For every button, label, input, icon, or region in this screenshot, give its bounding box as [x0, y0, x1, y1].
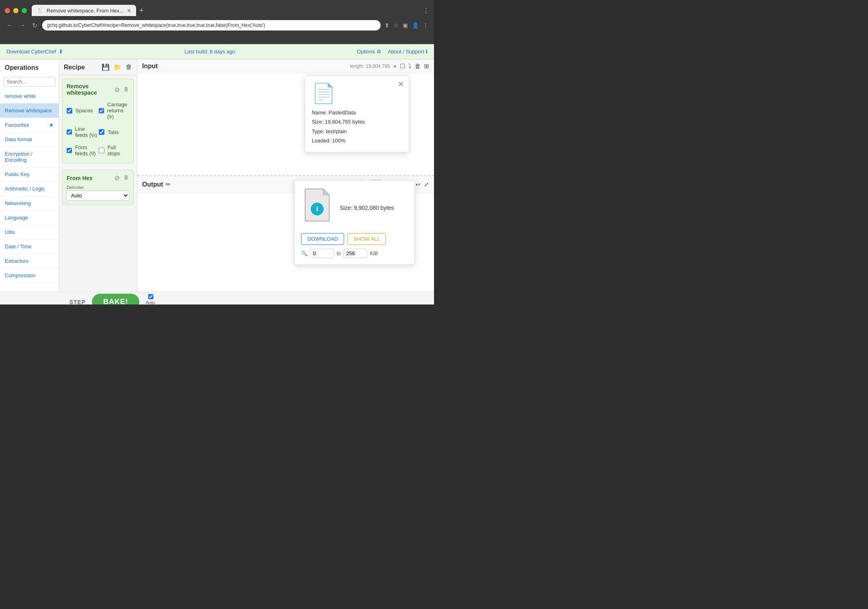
search-icon: 🔍: [301, 250, 308, 256]
input-load-icon[interactable]: ⤵: [408, 63, 412, 70]
sidebar-item-encryption-encoding[interactable]: Encryption / Encoding: [0, 147, 59, 167]
tab-favicon-icon: 🍴: [37, 7, 43, 14]
close-window-button[interactable]: [5, 8, 10, 13]
delimiter-select[interactable]: Auto Space Comma Semi-colon Colon Line f…: [67, 191, 129, 201]
sidebar-item-networking[interactable]: Networking: [0, 196, 59, 211]
type-label: Type:: [312, 128, 326, 134]
carriage-returns-checkbox-row: Carriage returns (\r): [99, 102, 129, 120]
favourites-label: Favourites: [5, 122, 29, 128]
form-feeds-checkbox[interactable]: [67, 148, 72, 153]
about-label: About / Support: [388, 49, 424, 55]
input-trash-icon[interactable]: 🗑: [415, 63, 421, 70]
full-stops-checkbox[interactable]: [99, 148, 104, 153]
output-info-popup: i Size: 9,902,080 bytes DOWNLOAD SHOW AL…: [294, 180, 415, 265]
address-input[interactable]: [42, 20, 381, 30]
about-info-icon: ℹ: [426, 49, 428, 55]
bake-button[interactable]: BAKE!: [92, 294, 139, 304]
from-hex-pause-icon[interactable]: ⏸: [123, 174, 129, 182]
download-arrow-icon: ⬇: [59, 49, 63, 55]
tab-menu-icon[interactable]: ⋮: [423, 7, 429, 14]
carriage-returns-checkbox[interactable]: [99, 108, 104, 114]
output-expand-icon[interactable]: ⤢: [424, 181, 429, 188]
tab-close-icon[interactable]: ✕: [127, 8, 131, 14]
options-link[interactable]: Options ⚙: [357, 49, 381, 55]
disable-icon[interactable]: ⊘: [114, 86, 120, 93]
sidebar-item-favourites[interactable]: Favourites ★: [0, 118, 59, 132]
sidebar-item-date-time[interactable]: Date / Time: [0, 240, 59, 254]
download-label: Download CyberChef: [6, 49, 56, 55]
reader-mode-icon[interactable]: ▣: [402, 21, 409, 29]
spaces-checkbox[interactable]: [67, 108, 72, 114]
options-gear-icon: ⚙: [377, 49, 381, 55]
sidebar-item-compression[interactable]: Compression: [0, 268, 59, 283]
magic-wand-icon[interactable]: ✏: [165, 181, 171, 188]
back-button[interactable]: ←: [5, 21, 14, 30]
sidebar-item-public-key[interactable]: Public Key: [0, 167, 59, 182]
download-cyberchef-link[interactable]: Download CyberChef ⬇: [6, 49, 63, 55]
sidebar-item-utils[interactable]: Utils: [0, 225, 59, 240]
line-feeds-checkbox[interactable]: [67, 129, 72, 135]
search-input[interactable]: [3, 77, 55, 87]
delimiter-label: Delimiter: [67, 185, 129, 190]
input-grid-icon[interactable]: ⊞: [424, 63, 429, 70]
range-unit-label: KiB: [370, 250, 378, 256]
more-options-icon[interactable]: ⋮: [422, 21, 429, 29]
output-section: Output ✏ time: 5912ms length: 9902080 💾 …: [137, 176, 434, 292]
from-hex-disable-icon[interactable]: ⊘: [114, 174, 120, 182]
sidebar-search: [0, 75, 59, 89]
new-tab-button[interactable]: +: [136, 5, 147, 16]
bookmark-icon[interactable]: ☆: [393, 21, 399, 29]
sidebar-item-data-format[interactable]: Data format: [0, 132, 59, 147]
full-stops-label: Full stops: [108, 144, 129, 156]
active-tab[interactable]: 🍴 Remove whitespace, From Hex... ✕: [32, 5, 136, 16]
remove-whitespace-card: Remove whitespace ⊘ ⏸ Spaces Carriage re…: [62, 79, 134, 163]
sidebar-item-extractors[interactable]: Extractors: [0, 254, 59, 268]
show-all-button[interactable]: SHOW ALL: [347, 233, 386, 245]
file-name-value: PastedData: [328, 110, 356, 116]
sidebar-item-remove-whitespace[interactable]: Remove whitespace: [0, 104, 59, 118]
recipe-folder-icon[interactable]: 📁: [114, 63, 122, 71]
auto-bake-checkbox[interactable]: [148, 294, 153, 299]
carriage-returns-label: Carriage returns (\r): [107, 102, 129, 120]
popup-close-button[interactable]: ✕: [398, 80, 404, 89]
download-button[interactable]: DOWNLOAD: [301, 233, 344, 245]
refresh-button[interactable]: ↻: [31, 21, 39, 30]
file-icon: 📄: [312, 82, 402, 105]
input-add-icon[interactable]: +: [393, 63, 397, 70]
spaces-checkbox-row: Spaces: [67, 102, 97, 120]
name-label: Name:: [312, 110, 328, 116]
output-file-icon: i: [301, 187, 333, 229]
tabs-checkbox[interactable]: [99, 129, 104, 135]
input-window-icon[interactable]: ☐: [400, 63, 405, 70]
sidebar-title: Operations: [0, 59, 59, 75]
minimize-window-button[interactable]: [13, 8, 18, 13]
form-feeds-checkbox-row: Form feeds (\f): [67, 144, 97, 156]
sidebar-item-language[interactable]: Language: [0, 211, 59, 225]
range-to-input[interactable]: [343, 249, 367, 258]
recipe-trash-icon[interactable]: 🗑: [126, 63, 132, 71]
output-file-svg: i: [301, 187, 333, 223]
file-size-value: 19,804,765 bytes: [325, 119, 365, 125]
share-icon[interactable]: ⬆: [384, 21, 390, 29]
maximize-window-button[interactable]: [22, 8, 27, 13]
io-panel: Input length: 19,804,765 + ☐ ⤵ 🗑 ⊞ ✕ 📄: [137, 59, 434, 292]
forward-button[interactable]: →: [18, 21, 27, 30]
line-feeds-checkbox-row: Line feeds (\n): [67, 126, 97, 138]
about-support-link[interactable]: About / Support ℹ: [388, 49, 428, 55]
tab-title: Remove whitespace, From Hex...: [47, 8, 124, 14]
loaded-label: Loaded:: [312, 138, 332, 144]
input-meta: length: 19,804,765: [350, 63, 390, 69]
sidebar-item-arithmetic-logic[interactable]: Arithmetic / Logic: [0, 182, 59, 196]
tabs-checkbox-row: Tabs: [99, 126, 129, 138]
step-button[interactable]: STEP: [69, 299, 86, 305]
remove-whitespace-card-title: Remove whitespace: [67, 83, 114, 96]
svg-text:i: i: [316, 205, 318, 213]
range-from-input[interactable]: [310, 249, 334, 258]
recipe-save-icon[interactable]: 💾: [102, 63, 110, 71]
line-feeds-label: Line feeds (\n): [75, 126, 97, 138]
app-header: Download CyberChef ⬇ Last build: 8 days …: [0, 44, 434, 59]
profile-icon[interactable]: 👤: [411, 21, 420, 29]
pause-icon[interactable]: ⏸: [123, 86, 129, 93]
sidebar-item-remove-white[interactable]: remove white: [0, 89, 59, 104]
output-undo-icon[interactable]: ↩: [416, 181, 421, 188]
